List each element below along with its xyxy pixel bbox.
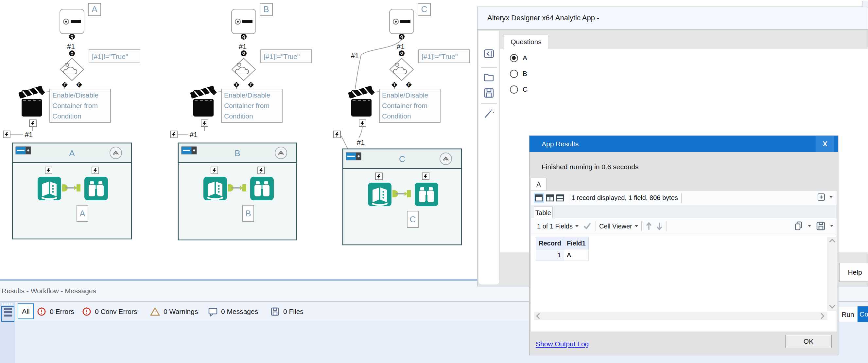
browse-tool[interactable] — [415, 183, 438, 206]
chevron-down-icon[interactable] — [830, 225, 833, 227]
lightning-anchor[interactable] — [3, 131, 10, 138]
container-toggle[interactable] — [346, 152, 361, 160]
radio-button-tool[interactable] — [60, 9, 84, 34]
results-conv-errors-filter[interactable]: ! 0 Conv Errors — [82, 302, 137, 321]
copy-icon[interactable] — [794, 221, 803, 231]
f-port[interactable]: F — [406, 82, 412, 88]
scroll-up-icon[interactable] — [829, 239, 835, 245]
app-radio-option-b[interactable]: B — [510, 69, 527, 78]
container-toggle[interactable] — [16, 147, 31, 154]
message-list-view-icon[interactable] — [1, 306, 14, 322]
condition-tool[interactable] — [232, 58, 255, 81]
container-collapse-button[interactable] — [275, 147, 287, 159]
close-icon[interactable]: X — [816, 136, 834, 152]
lightning-anchor[interactable] — [201, 120, 208, 127]
single-pane-view-button[interactable] — [534, 193, 544, 203]
horizontal-scrollbar[interactable] — [534, 312, 828, 320]
filter-annotation[interactable]: [#1]!="True" — [418, 50, 470, 63]
q-port[interactable]: Q — [69, 50, 75, 56]
lightning-anchor[interactable] — [92, 167, 99, 174]
radio-selected-icon[interactable] — [510, 54, 518, 62]
lightning-anchor[interactable] — [359, 120, 366, 127]
t-port[interactable]: T — [234, 82, 239, 88]
browse-tool[interactable] — [250, 177, 274, 200]
text-input-tool[interactable] — [38, 177, 61, 200]
condition-tool[interactable] — [60, 58, 84, 81]
results-filter-all-button[interactable]: All — [18, 303, 34, 319]
window-titlebar[interactable]: Alteryx Designer x64 Analytic App - — [477, 7, 868, 30]
tool-container-a[interactable]: A A — [12, 143, 131, 239]
run-button[interactable]: Run — [839, 307, 857, 322]
tab-questions[interactable]: Questions — [504, 35, 548, 49]
lightning-anchor[interactable] — [258, 167, 265, 174]
t-port[interactable]: T — [392, 82, 397, 88]
container-collapse-button[interactable] — [440, 153, 452, 165]
collapsed-panel-tab[interactable] — [862, 1, 868, 7]
save-results-icon[interactable] — [816, 221, 826, 231]
q-port[interactable]: Q — [241, 50, 247, 56]
help-button[interactable]: Help — [839, 263, 868, 282]
tool-label-box[interactable]: B — [260, 3, 273, 16]
tool-label-box[interactable]: C — [418, 3, 430, 16]
text-input-tool[interactable] — [368, 183, 392, 206]
column-header[interactable]: Record — [536, 237, 564, 249]
tool-annotation[interactable]: Enable/Disable Container from Condition — [221, 89, 282, 122]
lightning-anchor[interactable] — [45, 167, 52, 174]
filter-annotation[interactable]: [#1]!="True" — [261, 50, 312, 63]
q-port[interactable]: Q — [399, 34, 405, 39]
cancel-button[interactable]: Co — [858, 306, 868, 322]
f-port[interactable]: F — [248, 82, 254, 88]
results-files-filter[interactable]: 0 Files — [270, 302, 304, 321]
condition-tool[interactable] — [390, 58, 413, 81]
browse-tool[interactable] — [84, 177, 108, 200]
two-column-view-button[interactable] — [546, 194, 554, 202]
radio-unselected-icon[interactable] — [510, 85, 518, 93]
radio-button-tool[interactable] — [390, 9, 414, 34]
dialog-titlebar[interactable]: App Results X — [529, 136, 838, 152]
lightning-anchor[interactable] — [211, 167, 218, 174]
enable-disable-container-tool[interactable] — [348, 85, 373, 116]
chevron-down-icon[interactable] — [635, 225, 638, 227]
container-toggle[interactable] — [182, 147, 196, 154]
two-row-view-button[interactable] — [556, 194, 564, 202]
show-output-log-link[interactable]: Show Output Log — [536, 340, 589, 348]
tool-annotation[interactable]: Enable/Disable Container from Condition — [379, 89, 440, 122]
arrow-down-icon[interactable] — [655, 221, 663, 231]
column-header[interactable]: Field1 — [564, 237, 588, 249]
tab-table[interactable]: Table — [534, 206, 553, 218]
q-port[interactable]: Q — [399, 50, 405, 56]
folder-icon[interactable] — [483, 72, 495, 83]
tool-container-c[interactable]: C C — [343, 149, 462, 245]
radio-unselected-icon[interactable] — [510, 70, 518, 78]
tool-label-box[interactable]: A — [88, 3, 101, 16]
scroll-left-icon[interactable] — [536, 313, 542, 319]
wand-icon[interactable] — [483, 108, 495, 119]
results-messages-filter[interactable]: 0 Messages — [208, 302, 258, 321]
tool-annotation[interactable]: Enable/Disable Container from Condition — [50, 89, 111, 122]
scroll-right-icon[interactable] — [818, 313, 824, 319]
lightning-anchor[interactable] — [334, 131, 340, 138]
results-warnings-filter[interactable]: ! 0 Warnings — [150, 302, 198, 321]
enable-disable-container-tool[interactable] — [18, 85, 43, 116]
app-radio-option-c[interactable]: C — [510, 85, 528, 94]
drag-handle-dots[interactable] — [2, 303, 13, 305]
apply-check-icon[interactable] — [583, 222, 592, 231]
lightning-anchor[interactable] — [375, 173, 382, 180]
data-grid[interactable]: Record Field1 1 A — [534, 237, 828, 311]
lightning-anchor[interactable] — [29, 120, 36, 127]
scroll-down-icon[interactable] — [829, 303, 835, 308]
app-radio-option-a[interactable]: A — [510, 53, 527, 62]
cell-viewer-dropdown[interactable]: Cell Viewer — [599, 223, 632, 230]
vertical-scrollbar[interactable] — [827, 237, 837, 311]
t-port[interactable]: T — [62, 82, 68, 88]
lightning-anchor[interactable] — [422, 173, 429, 180]
filter-annotation[interactable]: [#1]!="True" — [89, 50, 140, 63]
ok-button[interactable]: OK — [785, 335, 832, 348]
grid-data-row[interactable]: 1 A — [536, 249, 589, 261]
enable-disable-container-tool[interactable] — [190, 85, 215, 116]
output-tab-a[interactable]: A — [531, 178, 547, 190]
new-window-button[interactable] — [817, 193, 833, 201]
back-panel-icon[interactable] — [483, 48, 495, 60]
container-annotation-box[interactable]: A — [77, 205, 88, 222]
f-port[interactable]: F — [76, 82, 82, 88]
